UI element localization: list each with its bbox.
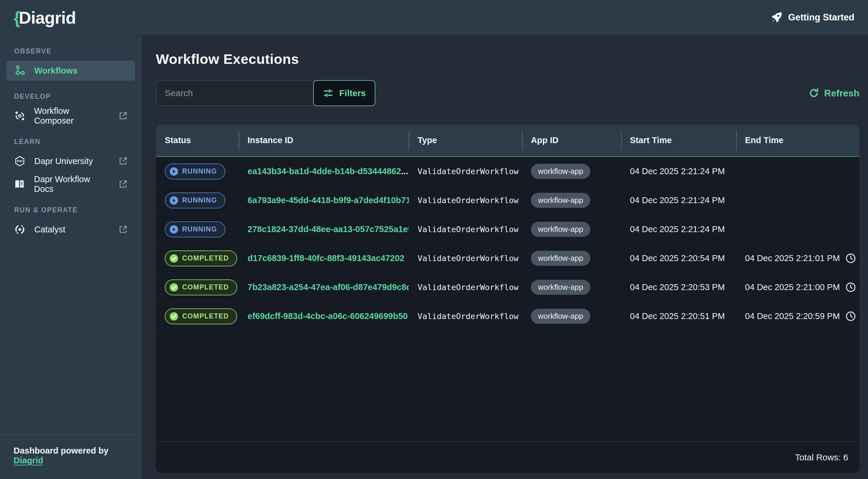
app-id-cell: workflow-app xyxy=(522,280,621,295)
refresh-icon xyxy=(808,88,819,99)
sidebar-footer: Dashboard powered by Diagrid xyxy=(0,435,142,479)
instance-id-link[interactable]: ea143b34-ba1d-4dde-b14b-d53444862 xyxy=(248,166,401,176)
check-circle-icon xyxy=(169,312,178,321)
app-id-badge: workflow-app xyxy=(531,222,590,237)
diagrid-footer-link[interactable]: Diagrid xyxy=(13,456,43,465)
instance-id-cell: 278c1824-37dd-48ee-aa13-057c7525a1ef xyxy=(239,224,409,234)
rocket-icon xyxy=(770,11,783,24)
book-icon xyxy=(13,178,26,190)
column-header-app-id: App ID xyxy=(522,135,621,145)
table-header-row: StatusInstance IDTypeApp IDStart TimeEnd… xyxy=(156,125,860,157)
table-row: RUNNING 278c1824-37dd-48ee-aa13-057c7525… xyxy=(156,215,860,244)
start-time-cell: 04 Dec 2025 2:21:24 PM xyxy=(621,166,736,176)
instance-id-cell: 6a793a9e-45dd-4418-b9f9-a7ded4f10b71 xyxy=(239,195,409,205)
sliders-icon xyxy=(323,88,334,99)
refresh-button[interactable]: Refresh xyxy=(808,88,860,99)
table-row: COMPLETED 7b23a823-a254-47ea-af06-d87e47… xyxy=(156,273,860,302)
start-time: 04 Dec 2025 2:21:24 PM xyxy=(630,224,725,234)
app-id-badge: workflow-app xyxy=(531,193,590,208)
external-link-icon xyxy=(118,224,128,234)
instance-id-link[interactable]: d17c6839-1ff8-40fc-88f3-49143ac47202 xyxy=(248,253,404,263)
sidebar: OBSERVE Workflows DEVELOP Workflow Compo… xyxy=(0,35,142,479)
svg-text:dapr: dapr xyxy=(17,159,23,162)
sidebar-item-dapr-university[interactable]: dapr Dapr University xyxy=(6,151,135,171)
status-cell: RUNNING xyxy=(156,163,239,180)
play-circle-icon xyxy=(169,167,178,176)
start-time: 04 Dec 2025 2:21:24 PM xyxy=(630,166,725,176)
workflow-type: ValidateOrderWorkflow xyxy=(417,167,519,176)
table-body: RUNNING ea143b34-ba1d-4dde-b14b-d5344486… xyxy=(156,157,860,331)
external-link-icon xyxy=(118,179,128,189)
instance-id-link[interactable]: 7b23a823-a254-47ea-af06-d87e479d9c8d xyxy=(248,282,409,292)
check-circle-icon xyxy=(169,283,178,292)
filters-button[interactable]: Filters xyxy=(313,80,375,106)
search-filter-group: Filters xyxy=(156,80,375,106)
instance-id-link[interactable]: 6a793a9e-45dd-4418-b9f9-a7ded4f10b71 xyxy=(248,195,409,205)
type-cell: ValidateOrderWorkflow xyxy=(409,282,522,292)
sidebar-item-label: Dapr Workflow Docs xyxy=(34,174,110,194)
start-time-cell: 04 Dec 2025 2:20:53 PM xyxy=(621,282,736,292)
column-header-start-time: Start Time xyxy=(621,135,736,145)
table-footer: Total Rows: 6 xyxy=(156,442,860,473)
top-header: { Diagrid Getting Started xyxy=(0,0,868,35)
search-input[interactable] xyxy=(156,80,314,106)
start-time-cell: 04 Dec 2025 2:21:24 PM xyxy=(621,224,736,234)
getting-started-button[interactable]: Getting Started xyxy=(770,11,855,24)
play-circle-icon xyxy=(169,196,178,205)
status-cell: COMPLETED xyxy=(156,250,239,266)
instance-id-link[interactable]: ef69dcff-983d-4cbc-a06c-606249699b50 xyxy=(248,311,408,321)
workflow-type: ValidateOrderWorkflow xyxy=(417,312,519,321)
table-row: RUNNING ea143b34-ba1d-4dde-b14b-d5344486… xyxy=(156,157,860,186)
start-time: 04 Dec 2025 2:21:24 PM xyxy=(630,195,725,205)
app-id-cell: workflow-app xyxy=(522,309,621,324)
truncation-ellipsis: ... xyxy=(401,166,408,176)
workflow-executions-table: StatusInstance IDTypeApp IDStart TimeEnd… xyxy=(156,125,860,473)
app-id-cell: workflow-app xyxy=(522,193,621,208)
start-time-cell: 04 Dec 2025 2:20:54 PM xyxy=(621,253,736,263)
sidebar-section-label: DEVELOP xyxy=(6,93,135,100)
column-header-end-time: End Time xyxy=(736,135,860,145)
sidebar-item-catalyst[interactable]: Catalyst xyxy=(6,219,135,240)
instance-id-link[interactable]: 278c1824-37dd-48ee-aa13-057c7525a1ef xyxy=(248,224,409,234)
workflow-type: ValidateOrderWorkflow xyxy=(417,196,519,205)
app-id-badge: workflow-app xyxy=(531,280,590,295)
filters-label: Filters xyxy=(339,88,366,98)
toolbar: Filters Refresh xyxy=(156,80,860,106)
app-id-cell: workflow-app xyxy=(522,251,621,266)
workflow-type: ValidateOrderWorkflow xyxy=(417,283,519,292)
start-time-cell: 04 Dec 2025 2:21:24 PM xyxy=(621,195,736,205)
status-cell: RUNNING xyxy=(156,221,239,237)
type-cell: ValidateOrderWorkflow xyxy=(409,195,522,205)
status-badge: RUNNING xyxy=(165,221,225,237)
diagrid-dashboard: { Diagrid Getting Started OBSERVE Workfl… xyxy=(0,0,868,479)
type-cell: ValidateOrderWorkflow xyxy=(409,253,522,263)
sidebar-section-label: OBSERVE xyxy=(6,47,135,55)
status-label: COMPLETED xyxy=(182,254,229,262)
sidebar-item-label: Workflows xyxy=(34,66,78,76)
sidebar-item-dapr-workflow-docs[interactable]: Dapr Workflow Docs xyxy=(6,174,135,194)
sidebar-section-run-operate: RUN & OPERATE Catalyst xyxy=(6,206,135,240)
start-time: 04 Dec 2025 2:20:51 PM xyxy=(630,311,725,321)
clock-icon xyxy=(845,253,856,264)
status-badge: RUNNING xyxy=(165,192,225,209)
sidebar-section-label: LEARN xyxy=(6,138,135,146)
content-shell: OBSERVE Workflows DEVELOP Workflow Compo… xyxy=(0,35,868,479)
diagrid-logo[interactable]: { Diagrid xyxy=(13,8,76,28)
sidebar-section-label: RUN & OPERATE xyxy=(6,206,135,214)
sidebar-nav: OBSERVE Workflows DEVELOP Workflow Compo… xyxy=(0,35,142,435)
end-time-cell: 04 Dec 2025 2:21:00 PM xyxy=(736,282,860,293)
dapr-university-icon: dapr xyxy=(13,155,26,167)
app-id-badge: workflow-app xyxy=(531,309,590,324)
sidebar-item-workflows[interactable]: Workflows xyxy=(6,61,135,81)
clock-icon xyxy=(845,311,856,322)
app-id-badge: workflow-app xyxy=(531,164,590,179)
table-row: COMPLETED d17c6839-1ff8-40fc-88f3-49143a… xyxy=(156,244,860,273)
type-cell: ValidateOrderWorkflow xyxy=(409,311,522,321)
status-badge: COMPLETED xyxy=(165,250,237,266)
catalyst-icon xyxy=(13,223,26,236)
instance-id-cell: ea143b34-ba1d-4dde-b14b-d53444862... xyxy=(239,166,409,176)
sidebar-item-workflow-composer[interactable]: Workflow Composer xyxy=(6,106,135,126)
start-time: 04 Dec 2025 2:20:53 PM xyxy=(630,282,725,292)
workflow-type: ValidateOrderWorkflow xyxy=(417,254,519,263)
status-badge: RUNNING xyxy=(165,163,225,180)
